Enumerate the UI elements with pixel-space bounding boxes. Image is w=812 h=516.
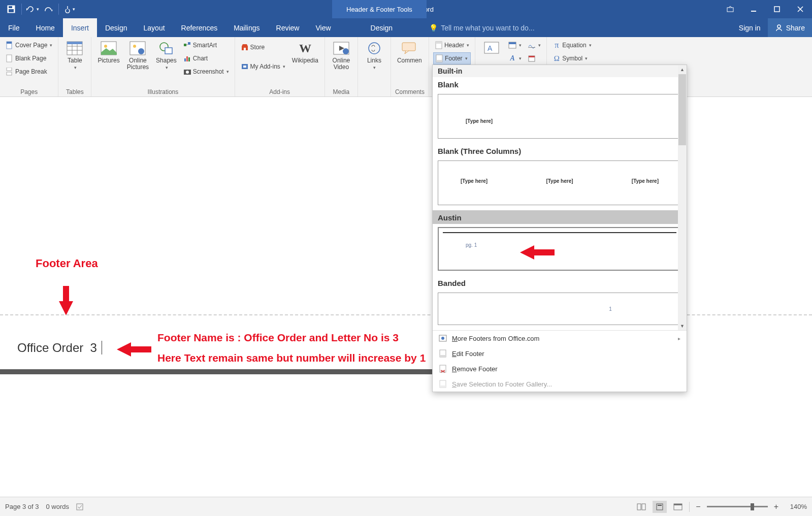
links-button[interactable]: Links▾ [362, 39, 386, 72]
tab-mailings[interactable]: Mailings [225, 18, 268, 37]
save-button[interactable] [4, 2, 18, 16]
chevron-right-icon: ▸ [678, 336, 680, 341]
shapes-button[interactable]: Shapes▾ [154, 39, 179, 72]
svg-rect-49 [440, 355, 446, 357]
close-button[interactable] [789, 0, 812, 18]
contextual-tab-group: Header & Footer Tools [332, 0, 427, 18]
svg-rect-1 [9, 6, 12, 8]
gallery-item-blank3[interactable]: [Type here] [Type here] [Type here] [438, 160, 681, 205]
text-box-button[interactable]: A [479, 39, 504, 57]
remove-footer-button[interactable]: Remove Footer [433, 361, 687, 376]
touch-mode-button[interactable]: ▾ [62, 2, 76, 16]
scroll-up-icon[interactable]: ▲ [678, 65, 687, 74]
tell-me-search[interactable]: 💡 Tell me what you want to do... [429, 18, 732, 37]
pi-icon: π [553, 41, 561, 49]
link-icon [366, 40, 382, 56]
blank-page-button[interactable]: Blank Page [4, 52, 54, 64]
footer-button[interactable]: Footer▾ [433, 52, 471, 64]
cover-page-button[interactable]: Cover Page▾ [4, 39, 54, 51]
print-layout-button[interactable] [653, 501, 667, 513]
tab-view[interactable]: View [307, 18, 339, 37]
svg-rect-57 [658, 505, 662, 506]
gallery-item-banded[interactable]: 1 [438, 293, 681, 325]
comment-button[interactable]: Commen [395, 39, 424, 65]
svg-point-33 [369, 43, 380, 54]
wordart-button[interactable]: A▾ [507, 52, 523, 64]
gallery-item-blank3-title: Blank (Three Columns) [433, 144, 687, 157]
svg-rect-9 [7, 55, 12, 62]
group-links: Links▾ [358, 37, 391, 96]
annotation-line1: Footer Name is : Office Order and Letter… [157, 332, 399, 344]
screenshot-button[interactable]: Screenshot▾ [182, 66, 231, 78]
spellcheck-icon[interactable] [76, 503, 85, 511]
group-tables: Table▾ Tables [58, 37, 91, 96]
wikipedia-button[interactable]: WWikipedia [290, 39, 320, 65]
tab-context-design[interactable]: Design [349, 18, 414, 37]
undo-button[interactable]: ▾ [25, 2, 39, 16]
arrow-left-icon [520, 245, 534, 260]
tab-home[interactable]: Home [28, 18, 63, 37]
edit-footer-button[interactable]: Edit Footer [433, 346, 687, 361]
chart-button[interactable]: Chart [182, 52, 231, 64]
word-count[interactable]: 0 words [46, 503, 70, 510]
svg-rect-42 [509, 42, 516, 44]
gallery-scrollbar[interactable]: ▲ ▼ [678, 65, 687, 330]
smartart-button[interactable]: SmartArt [182, 39, 231, 51]
redo-button[interactable] [41, 2, 55, 16]
page-break-button[interactable]: Page Break [4, 66, 54, 78]
web-layout-button[interactable] [671, 501, 685, 513]
equation-button[interactable]: πEquation▾ [551, 39, 593, 51]
zoom-level[interactable]: 140% [785, 503, 807, 510]
group-media: OnlineVideo Media [325, 37, 358, 96]
footer-content[interactable]: Office Order 3 [17, 341, 102, 355]
signin-link[interactable]: Sign in [732, 18, 768, 37]
remove-icon [439, 365, 447, 373]
scroll-down-icon[interactable]: ▼ [678, 321, 687, 330]
ribbon-options-button[interactable] [719, 0, 742, 18]
tab-design[interactable]: Design [97, 18, 136, 37]
share-icon [775, 24, 783, 32]
omega-icon: Ω [553, 54, 561, 62]
more-footers-button[interactable]: More Footers from Office.com ▸ [433, 331, 687, 346]
pictures-button[interactable]: Pictures [95, 39, 121, 65]
table-button[interactable]: Table▾ [62, 39, 87, 72]
save-gallery-icon [439, 380, 447, 388]
page-indicator[interactable]: Page 3 of 3 [5, 503, 39, 510]
header-button[interactable]: Header▾ [433, 39, 471, 51]
comment-icon [401, 40, 417, 56]
scroll-thumb[interactable] [678, 74, 686, 145]
status-bar: Page 3 of 3 0 words − + 140% [0, 497, 812, 516]
zoom-out-button[interactable]: − [694, 502, 702, 511]
tab-layout[interactable]: Layout [136, 18, 173, 37]
zoom-slider[interactable] [707, 506, 768, 507]
gallery-item-austin[interactable]: pg. 1 [438, 227, 681, 271]
page-icon [6, 41, 14, 49]
arrow-down-icon [59, 301, 73, 315]
svg-rect-52 [440, 385, 446, 388]
read-mode-button[interactable] [634, 501, 648, 513]
tab-references[interactable]: References [173, 18, 226, 37]
symbol-button[interactable]: ΩSymbol▾ [551, 52, 593, 64]
my-addins-button[interactable]: My Add-ins▾ [239, 60, 287, 73]
share-button[interactable]: Share [768, 18, 812, 37]
minimize-button[interactable] [742, 0, 765, 18]
quick-parts-button[interactable]: ▾ [507, 39, 523, 51]
chart-icon [183, 54, 191, 62]
ribbon: Cover Page▾ Blank Page Page Break Pages … [0, 37, 812, 97]
store-button[interactable]: Store [239, 41, 287, 53]
tab-insert[interactable]: Insert [63, 18, 97, 37]
group-illustrations: Pictures OnlinePictures Shapes▾ SmartArt… [91, 37, 235, 96]
gallery-item-blank[interactable]: [Type here] [438, 94, 681, 139]
svg-rect-30 [243, 66, 246, 68]
maximize-button[interactable] [765, 0, 789, 18]
tab-review[interactable]: Review [268, 18, 308, 37]
signature-line-button[interactable]: ▾ [526, 39, 542, 51]
zoom-in-button[interactable]: + [772, 502, 781, 511]
online-pictures-button[interactable]: OnlinePictures [125, 39, 151, 72]
parts-icon [508, 41, 516, 49]
quick-access-toolbar: ▾ ▾ [0, 2, 80, 16]
tab-file[interactable]: File [0, 18, 28, 37]
date-time-button[interactable] [526, 52, 542, 64]
page-bottom-edge [0, 369, 444, 374]
online-video-button[interactable]: OnlineVideo [329, 39, 353, 72]
